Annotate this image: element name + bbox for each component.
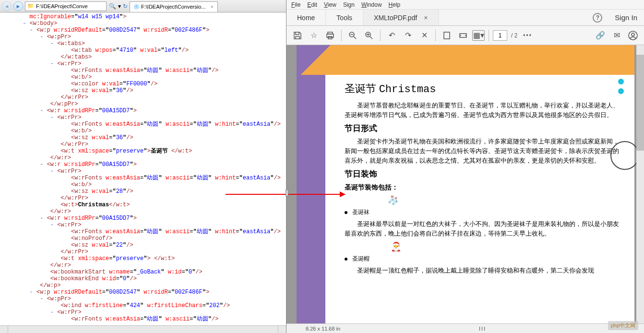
acrobat-window: File Edit View Sign Window Help Home Too… (286, 0, 644, 333)
svg-line-4 (354, 36, 356, 39)
zoom-in-icon[interactable] (362, 28, 376, 43)
folder-icon: 📁 (27, 3, 34, 9)
sign-in-button[interactable]: Sign In (608, 13, 644, 22)
link-icon[interactable]: 🔗 (593, 28, 608, 43)
doc-heading: 节日形式 (345, 123, 620, 134)
menu-bar: File Edit View Sign Window Help (286, 0, 644, 10)
svg-rect-1 (327, 34, 334, 37)
fit-width-icon[interactable] (456, 28, 470, 43)
page-content: 圣诞节 Christmas 圣诞节基督教纪念耶稣诞生的重要节日。在圣诞节，常以互… (297, 75, 634, 283)
svg-line-7 (370, 36, 372, 39)
page-header-band (297, 45, 634, 75)
tab-file[interactable]: XMLtoPDF.pdf × (363, 10, 439, 25)
save-icon[interactable] (290, 28, 305, 43)
ie-icon: ⓔ (134, 3, 139, 11)
status-mid: III (479, 326, 486, 332)
document-viewport: 圣诞节 Christmas 圣诞节基督教纪念耶稣诞生的重要节日。在圣诞节，常以互… (286, 45, 644, 333)
tab-home[interactable]: Home (286, 10, 326, 25)
account-icon[interactable] (626, 28, 640, 43)
doc-paragraph: 圣诞节基督教纪念耶稣诞生的重要节日。在圣诞节，常以互赠礼物，举行欢宴，并以圣诞老… (345, 101, 620, 120)
status-bar: 8.26 x 11.68 in III (286, 323, 644, 333)
svg-point-13 (632, 33, 634, 36)
search-icon[interactable]: 🔍 (108, 3, 116, 10)
redo-icon[interactable]: ↷ (401, 28, 415, 43)
tab-file-label: XMLtoPDF.pdf (374, 14, 417, 22)
ie-address-bar: ◄ ► 📁 F:\IDEAProject\Conve 🔍 ▾ ↻ ⓔ F:\ID… (0, 0, 286, 12)
more-icon[interactable]: ••• (521, 32, 534, 39)
tab-tools[interactable]: Tools (326, 10, 363, 25)
refresh-icon[interactable]: ↻ (123, 3, 128, 10)
browser-tab[interactable]: ⓔ F:\IDEAProject\Conversio... × (130, 1, 218, 12)
menu-sign[interactable]: Sign (343, 1, 355, 8)
print-icon[interactable] (323, 28, 337, 43)
menu-edit[interactable]: Edit (307, 1, 317, 8)
decor-circle (610, 141, 639, 170)
toolbar: ☆ ↶ ↷ ✕ ▦▾ / 2 ••• 🔗 ✉ (286, 26, 644, 45)
svg-rect-10 (444, 32, 450, 39)
tab-title: F:\IDEAProject\Conversio... (141, 4, 206, 10)
pdf-page[interactable]: 圣诞节 Christmas 圣诞节基督教纪念耶稣诞生的重要节日。在圣诞节，常以互… (297, 45, 634, 323)
dropdown-icon[interactable]: ▾ (118, 3, 121, 10)
hat-icon: 🎅 (391, 241, 620, 252)
page-decoration (618, 79, 624, 94)
doc-paragraph: 圣诞袜最早以前是一对红色的大袜子，大小不拘。因为圣诞袜子是用来装礼物的，所以是小… (345, 219, 620, 238)
document-tabs: Home Tools XMLtoPDF.pdf × ? Sign In (286, 10, 644, 26)
menu-window[interactable]: Window (361, 1, 382, 8)
help-button[interactable]: ? (593, 13, 602, 23)
tab-close-icon[interactable]: × (424, 14, 428, 22)
menu-help[interactable]: Help (389, 1, 401, 8)
vertical-scrollbar[interactable] (636, 45, 644, 323)
bullet-item: 圣诞帽 (345, 255, 620, 263)
tab-close-icon[interactable]: × (211, 4, 214, 10)
selection-icon[interactable]: ▦▾ (472, 30, 485, 41)
doc-heading: 节日装饰 (345, 168, 620, 179)
annotation-arrow (226, 194, 341, 195)
menu-file[interactable]: File (291, 1, 300, 8)
menu-view[interactable]: View (324, 1, 336, 8)
bullet-item: 圣诞袜 (345, 208, 620, 216)
rotate-icon[interactable]: ✕ (417, 28, 431, 43)
horizontal-scrollbar[interactable] (0, 325, 286, 333)
doc-paragraph: 圣诞帽是一顶红色帽子，据说晚上戴上睡觉除了睡得安稳和有点暖外，第二天你会发现 (345, 266, 620, 275)
forward-button[interactable]: ► (13, 1, 23, 11)
doc-subheading: 圣诞节装饰包括： (345, 183, 620, 192)
xml-source-view[interactable]: mc:Ignorable="w14 w15 wp14"> - <w:body> … (0, 12, 286, 325)
address-text: F:\IDEAProject\Conve (36, 3, 88, 9)
splitter-handle[interactable] (286, 190, 288, 196)
page-total-label: / 2 (509, 32, 519, 39)
zoom-out-icon[interactable] (346, 28, 360, 43)
page-number-input[interactable] (493, 30, 507, 41)
page-side-band (297, 75, 325, 323)
page-size-label: 8.26 x 11.68 in (306, 326, 340, 332)
undo-icon[interactable]: ↶ (384, 28, 399, 43)
ie-window: ◄ ► 📁 F:\IDEAProject\Conve 🔍 ▾ ↻ ⓔ F:\ID… (0, 0, 286, 333)
sock-icon: 🧦 (388, 195, 620, 205)
watermark: php中文网 (608, 321, 638, 330)
fit-page-icon[interactable] (440, 28, 454, 43)
doc-paragraph: 圣诞贺卡作为圣诞节礼物在美国和欧洲很流行，许多家庭随贺卡带上年度家庭合照或家庭新… (345, 137, 620, 166)
back-button[interactable]: ◄ (2, 1, 12, 11)
annotation-arrow-head (340, 191, 346, 197)
doc-title: 圣诞节 Christmas (345, 82, 620, 96)
email-icon[interactable]: ✉ (609, 28, 624, 43)
address-field[interactable]: 📁 F:\IDEAProject\Conve (25, 1, 107, 11)
star-icon[interactable]: ☆ (307, 28, 321, 43)
